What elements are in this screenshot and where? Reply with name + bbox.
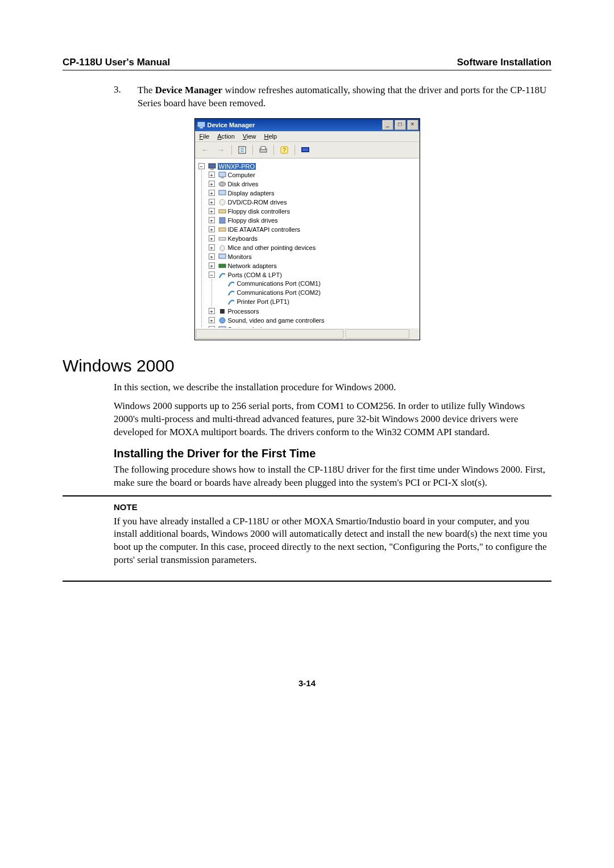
svg-rect-13 — [210, 169, 214, 170]
svg-rect-25 — [219, 264, 226, 268]
tree-item-lpt1[interactable]: Printer Port (LPT1) — [219, 298, 289, 306]
menubar: File Action View Help — [195, 131, 420, 142]
header-left: CP-118U User's Manual — [63, 57, 170, 68]
tree-item-processors[interactable]: +Processors — [209, 307, 259, 315]
note-label: NOTE — [114, 502, 551, 512]
forward-button: → — [214, 144, 228, 156]
tree-item-mice[interactable]: +Mice and other pointing devices — [209, 244, 316, 252]
svg-rect-19 — [219, 210, 226, 213]
svg-rect-7 — [261, 147, 265, 149]
tree-item-sound[interactable]: +Sound, video and game controllers — [209, 316, 325, 324]
display-icon — [218, 189, 226, 197]
computer-root-icon — [208, 162, 216, 170]
scan-icon[interactable] — [298, 144, 312, 156]
svg-point-16 — [219, 182, 226, 186]
svg-rect-28 — [219, 327, 226, 328]
subsection-title: Installing the Driver for the First Time — [114, 447, 551, 460]
print-icon[interactable] — [256, 144, 270, 156]
ports-icon — [218, 271, 226, 279]
port-icon — [227, 279, 235, 287]
svg-rect-11 — [302, 148, 308, 151]
tree-item-display[interactable]: +Display adapters — [209, 189, 275, 197]
computer-icon — [218, 171, 226, 179]
tree-item-ide[interactable]: +IDE ATA/ATAPI controllers — [209, 226, 301, 233]
note-block: NOTE If you have already installed a CP-… — [63, 495, 551, 582]
controller-icon — [218, 207, 226, 215]
svg-rect-15 — [221, 177, 224, 178]
collapse-icon[interactable]: − — [198, 163, 205, 169]
para-1: In this section, we describe the install… — [114, 381, 551, 394]
port-icon — [227, 289, 235, 297]
svg-rect-26 — [220, 309, 225, 314]
system-icon — [218, 326, 226, 328]
tree-item-floppy-drives[interactable]: +Floppy disk drives — [209, 216, 278, 224]
menu-help[interactable]: Help — [264, 133, 277, 140]
floppy-icon — [218, 216, 226, 224]
svg-rect-17 — [219, 190, 226, 195]
svg-point-23 — [220, 245, 225, 251]
keyboard-icon — [218, 235, 226, 243]
dvd-icon — [218, 198, 226, 206]
device-manager-window: Device Manager _ □ × File Action View He… — [194, 118, 420, 340]
para-2: Windows 2000 supports up to 256 serial p… — [114, 400, 551, 439]
header-right: Software Installation — [457, 57, 551, 68]
back-button: ← — [198, 144, 212, 156]
svg-rect-21 — [219, 228, 226, 231]
svg-point-27 — [219, 318, 225, 323]
ide-icon — [218, 226, 226, 233]
svg-rect-24 — [219, 254, 226, 258]
svg-rect-1 — [200, 127, 203, 128]
network-icon — [218, 262, 226, 270]
svg-rect-0 — [198, 122, 205, 127]
tree-item-ports[interactable]: −Ports (COM & LPT) — [209, 271, 282, 279]
tree-item-dvd[interactable]: +DVD/CD-ROM drives — [209, 198, 287, 206]
tree-root[interactable]: − WINXP-PRO — [198, 162, 256, 170]
tree-item-disk[interactable]: +Disk drives — [209, 180, 259, 188]
step-number: 3. — [114, 84, 138, 110]
menu-view[interactable]: View — [243, 133, 256, 140]
para-3: The following procedure shows how to ins… — [114, 464, 551, 490]
note-text: If you have already installed a CP-118U … — [114, 515, 551, 567]
page-header: CP-118U User's Manual Software Installat… — [63, 57, 551, 70]
tree-item-floppy-controllers[interactable]: +Floppy disk controllers — [209, 207, 290, 215]
disk-icon — [218, 180, 226, 188]
sound-icon — [218, 316, 226, 324]
step-text: The Device Manager window refreshes auto… — [138, 84, 551, 110]
minimize-button[interactable]: _ — [382, 120, 393, 130]
close-button[interactable]: × — [407, 120, 418, 130]
svg-rect-20 — [219, 218, 225, 223]
device-tree[interactable]: − WINXP-PRO +Computer +Disk drives +Disp… — [195, 158, 420, 328]
titlebar[interactable]: Device Manager _ □ × — [195, 119, 420, 131]
port-icon — [227, 298, 235, 306]
maximize-button[interactable]: □ — [395, 120, 406, 130]
menu-file[interactable]: File — [200, 133, 210, 140]
monitor-device-icon — [218, 253, 226, 261]
tree-item-network[interactable]: +Network adapters — [209, 262, 277, 270]
svg-point-18 — [219, 199, 225, 205]
tree-item-system[interactable]: +System devices — [209, 326, 272, 328]
mouse-icon — [218, 244, 226, 252]
toolbar: ← → ? — [195, 142, 420, 158]
tree-item-com1[interactable]: Communications Port (COM1) — [219, 279, 321, 287]
tree-item-monitors[interactable]: +Monitors — [209, 253, 252, 261]
step-3: 3. The Device Manager window refreshes a… — [114, 84, 551, 110]
page-number: 3-14 — [63, 678, 551, 688]
svg-rect-22 — [219, 237, 226, 240]
tree-item-computer[interactable]: +Computer — [209, 171, 255, 179]
monitor-icon — [197, 121, 205, 129]
menu-action[interactable]: Action — [217, 133, 235, 140]
tree-item-com2[interactable]: Communications Port (COM2) — [219, 289, 321, 297]
statusbar — [195, 328, 420, 340]
processor-icon — [218, 307, 226, 315]
svg-rect-14 — [219, 172, 226, 177]
tree-item-keyboards[interactable]: +Keyboards — [209, 235, 258, 243]
svg-rect-12 — [209, 164, 215, 168]
help-icon[interactable]: ? — [277, 144, 291, 156]
properties-icon[interactable] — [235, 144, 249, 156]
section-title: Windows 2000 — [63, 356, 551, 375]
window-title: Device Manager — [208, 122, 382, 128]
svg-text:?: ? — [283, 147, 286, 153]
